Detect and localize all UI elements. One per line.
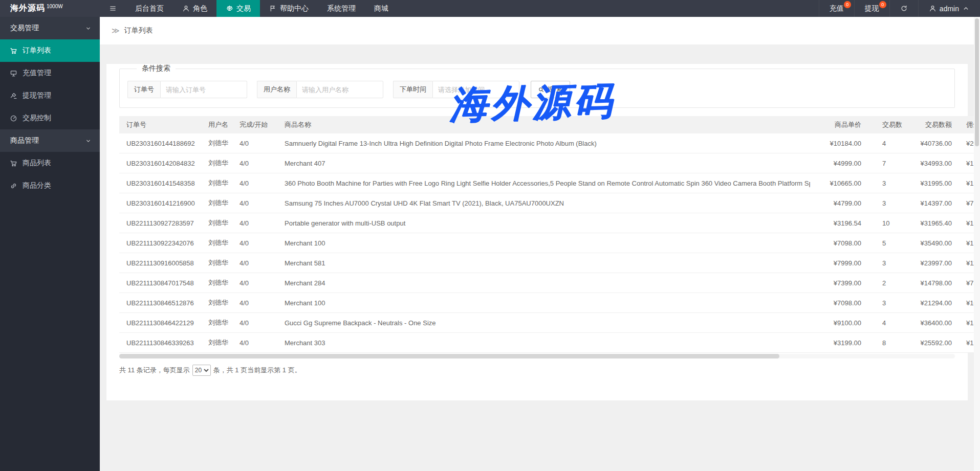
table-cell-5: ¥7098.00 bbox=[810, 299, 861, 307]
table-cell-4: Merchant 303 bbox=[285, 339, 810, 347]
breadcrumb-label: 订单列表 bbox=[124, 26, 153, 35]
table-cell-7: ¥34993.00 bbox=[902, 160, 952, 167]
table-cell-1: UB2211130927283597 bbox=[119, 219, 208, 227]
scales-icon bbox=[226, 5, 233, 12]
table-cell-2: 刘德华 bbox=[208, 318, 239, 327]
order-no-label: 订单号 bbox=[127, 81, 160, 98]
table-cell-6: 4 bbox=[861, 140, 902, 147]
nav-item-roles[interactable]: 角色 bbox=[173, 0, 216, 17]
table-cell-2: 刘德华 bbox=[208, 218, 239, 228]
withdraw-badge: 0 bbox=[879, 1, 886, 8]
table-row: UB2211130846339263刘德华4/0Merchant 303¥319… bbox=[119, 333, 980, 353]
table-row: UB2303160142084832刘德华4/0Merchant 407¥499… bbox=[119, 153, 980, 173]
nav-item-help[interactable]: 帮助中心 bbox=[260, 0, 318, 17]
table-cell-7: ¥36400.00 bbox=[902, 319, 952, 327]
search-row: 订单号用户名称下单时间搜 索 bbox=[127, 81, 947, 98]
table-body: UB2303160144188692刘德华4/0Samnuerly Digita… bbox=[119, 133, 980, 353]
order-no-input[interactable] bbox=[160, 81, 247, 98]
table-cell-1: UB2211130847017548 bbox=[119, 279, 208, 287]
pagination-prefix: 共 11 条记录，每页显示 bbox=[119, 366, 190, 375]
sidebar-group-label: 交易管理 bbox=[10, 24, 39, 33]
table-cell-2: 刘德华 bbox=[208, 178, 239, 188]
table-cell-3: 4/0 bbox=[239, 319, 285, 327]
app-logo-text: 海外源码 bbox=[10, 3, 45, 14]
table-cell-7: ¥35490.00 bbox=[902, 239, 952, 247]
nav-item-label: admin bbox=[940, 5, 959, 13]
nav-item-recharge[interactable]: 充值0 bbox=[819, 0, 854, 17]
sidebar-item-withdraw-manage[interactable]: 提现管理 bbox=[0, 84, 100, 107]
nav-item-user[interactable]: admin bbox=[918, 0, 980, 17]
nav-item-label: 充值 bbox=[830, 4, 844, 13]
table-row: UB2211130922342076刘德华4/0Merchant 100¥709… bbox=[119, 233, 980, 253]
sidebar-item-label: 商品分类 bbox=[23, 181, 51, 190]
table-cell-1: UB2303160141548358 bbox=[119, 180, 208, 187]
table-cell-3: 4/0 bbox=[239, 199, 285, 207]
link-icon bbox=[10, 182, 17, 190]
cart-icon bbox=[10, 160, 17, 167]
table-cell-1: UB2303160142084832 bbox=[119, 160, 208, 167]
table-row: UB2211130846422129刘德华4/0Gucci Gg Supreme… bbox=[119, 313, 980, 333]
column-header-5: 商品单价 bbox=[810, 120, 861, 129]
sidebar-item-goods-category[interactable]: 商品分类 bbox=[0, 174, 100, 197]
sidebar: 交易管理订单列表充值管理提现管理交易控制商品管理商品列表商品分类 bbox=[0, 17, 100, 471]
table-cell-5: ¥9100.00 bbox=[810, 319, 861, 327]
table-cell-4: Merchant 100 bbox=[285, 239, 810, 247]
table-cell-5: ¥4799.00 bbox=[810, 199, 861, 207]
table-cell-2: 刘德华 bbox=[208, 139, 239, 148]
search-field-order-time: 下单时间 bbox=[393, 81, 519, 98]
search-panel: 条件搜索 订单号用户名称下单时间搜 索 bbox=[119, 64, 955, 108]
refresh-button[interactable] bbox=[889, 0, 918, 17]
nav-item-home[interactable]: 后台首页 bbox=[126, 0, 173, 17]
pagination-suffix: 条，共 1 页当前显示第 1 页。 bbox=[213, 366, 301, 375]
main-area: ≫ 订单列表 条件搜索 订单号用户名称下单时间搜 索 订单号用户名完成/开始商品… bbox=[100, 17, 980, 471]
table-cell-1: UB2303160144188692 bbox=[119, 140, 208, 147]
horizontal-scrollbar bbox=[119, 354, 955, 358]
caret-up-icon bbox=[962, 5, 970, 12]
search-button[interactable]: 搜 索 bbox=[531, 81, 570, 98]
sidebar-item-order-list[interactable]: 订单列表 bbox=[0, 39, 100, 62]
table-cell-3: 4/0 bbox=[239, 219, 285, 227]
sidebar-group-goods[interactable]: 商品管理 bbox=[0, 129, 100, 152]
search-button-label: 搜 索 bbox=[548, 85, 563, 94]
menu-toggle-button[interactable] bbox=[100, 0, 126, 17]
sidebar-item-trade-control[interactable]: 交易控制 bbox=[0, 107, 100, 129]
nav-item-system[interactable]: 系统管理 bbox=[318, 0, 365, 17]
sidebar-item-recharge-manage[interactable]: 充值管理 bbox=[0, 62, 100, 84]
nav-item-withdraw[interactable]: 提现0 bbox=[854, 0, 889, 17]
table-cell-2: 刘德华 bbox=[208, 278, 239, 287]
user-name-label: 用户名称 bbox=[257, 81, 296, 98]
table-cell-6: 3 bbox=[861, 259, 902, 267]
breadcrumb: ≫ 订单列表 bbox=[100, 17, 980, 45]
page-size-select[interactable]: 20 bbox=[192, 365, 211, 376]
nav-item-label: 提现 bbox=[865, 4, 879, 13]
order-time-input[interactable] bbox=[432, 81, 519, 98]
nav-item-label: 后台首页 bbox=[135, 4, 164, 13]
table-cell-6: 3 bbox=[861, 199, 902, 207]
table-cell-4: Samnuerly Digital Frame 13-Inch Ultra Hi… bbox=[285, 140, 810, 147]
nav-item-label: 交易 bbox=[236, 4, 251, 13]
sidebar-group-label: 商品管理 bbox=[10, 136, 39, 145]
user-icon bbox=[182, 5, 190, 12]
user-name-input[interactable] bbox=[296, 81, 383, 98]
table-row: UB2303160141216900刘德华4/0Samsung 75 Inche… bbox=[119, 193, 980, 213]
sidebar-item-goods-list[interactable]: 商品列表 bbox=[0, 152, 100, 174]
nav-item-mall[interactable]: 商城 bbox=[365, 0, 398, 17]
table-cell-3: 4/0 bbox=[239, 259, 285, 267]
table-cell-2: 刘德华 bbox=[208, 258, 239, 267]
table-cell-3: 4/0 bbox=[239, 279, 285, 287]
table-cell-7: ¥25592.00 bbox=[902, 339, 952, 347]
table-cell-2: 刘德华 bbox=[208, 198, 239, 208]
table-cell-7: ¥21294.00 bbox=[902, 299, 952, 307]
table-header: 订单号用户名完成/开始商品名称商品单价交易数量交易数额佣金 bbox=[119, 116, 980, 133]
nav-right-menu: 充值0提现0admin bbox=[819, 0, 980, 17]
nav-item-trade[interactable]: 交易 bbox=[216, 0, 260, 17]
table-cell-3: 4/0 bbox=[239, 239, 285, 247]
recharge-badge: 0 bbox=[844, 1, 851, 8]
vertical-scrollbar-thumb[interactable] bbox=[975, 18, 979, 146]
sidebar-group-trade[interactable]: 交易管理 bbox=[0, 17, 100, 39]
gauge-icon bbox=[10, 115, 17, 122]
horizontal-scrollbar-thumb[interactable] bbox=[119, 354, 779, 358]
sidebar-item-label: 充值管理 bbox=[23, 69, 51, 78]
table-cell-7: ¥14397.00 bbox=[902, 199, 952, 207]
user-icon bbox=[929, 5, 937, 12]
